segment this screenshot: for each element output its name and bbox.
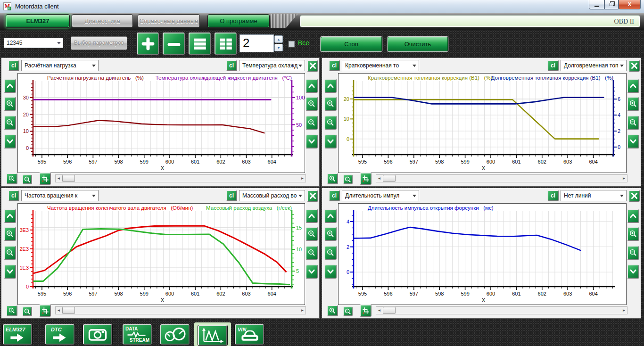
- fit-selection-button[interactable]: [39, 305, 51, 317]
- zoom-in-button[interactable]: [4, 227, 16, 241]
- zoom-in-button[interactable]: [627, 97, 639, 111]
- line-color-button[interactable]: cl: [329, 190, 340, 201]
- right-series-select[interactable]: Долговременная топ: [561, 60, 627, 71]
- scrollbar-thumb[interactable]: [62, 307, 75, 314]
- line-color-button[interactable]: cl: [329, 60, 340, 71]
- close-panel-button[interactable]: [628, 190, 640, 202]
- right-series-select[interactable]: Температура охлажд: [239, 60, 305, 71]
- scroll-up-button[interactable]: [4, 79, 16, 93]
- elm327-connect-button[interactable]: ELM327: [3, 324, 32, 345]
- scroll-down-button[interactable]: [4, 134, 16, 148]
- stop-button[interactable]: Стоп: [321, 37, 382, 51]
- zoom-in-button[interactable]: [4, 97, 16, 111]
- layout-grid-button[interactable]: [215, 33, 237, 55]
- left-series-select[interactable]: Частота вращения к: [21, 190, 99, 201]
- line-color-button[interactable]: cl: [8, 60, 19, 71]
- scroll-up-button[interactable]: [627, 79, 639, 93]
- zoom-in-button[interactable]: [324, 97, 337, 111]
- scroll-up-button[interactable]: [324, 209, 337, 223]
- fit-selection-button[interactable]: [360, 305, 372, 317]
- h-scrollbar[interactable]: ◄►: [376, 174, 627, 182]
- line-color-button[interactable]: cl: [226, 60, 237, 71]
- scroll-down-button[interactable]: [305, 134, 318, 148]
- tab-about[interactable]: О программе: [207, 14, 270, 28]
- remove-chart-button[interactable]: [163, 33, 185, 55]
- left-series-select[interactable]: Кратковременная то: [342, 60, 419, 71]
- left-series-select[interactable]: Расчётная нагрузка: [21, 60, 99, 71]
- scroll-up-button[interactable]: [305, 209, 318, 223]
- scroll-right-arrow[interactable]: ►: [621, 307, 627, 314]
- tab-diagnostics[interactable]: Диагностика: [72, 14, 133, 28]
- zoom-out-button[interactable]: [627, 246, 639, 260]
- scroll-right-arrow[interactable]: ►: [299, 307, 305, 314]
- zoom-out-button[interactable]: [4, 246, 16, 260]
- fit-selection-button[interactable]: [360, 173, 372, 185]
- scroll-right-arrow[interactable]: ►: [621, 175, 627, 182]
- zoom-out-button[interactable]: [22, 306, 32, 316]
- line-color-button[interactable]: cl: [547, 190, 559, 201]
- scroll-down-button[interactable]: [305, 264, 318, 279]
- chart-canvas[interactable]: 595596597598599600601602603604X010203050…: [18, 74, 305, 173]
- scroll-up-button[interactable]: [627, 209, 639, 223]
- zoom-out-button[interactable]: [343, 174, 353, 184]
- h-scrollbar[interactable]: ◄►: [55, 174, 306, 182]
- zoom-in-button[interactable]: [327, 173, 338, 184]
- zoom-out-button[interactable]: [627, 115, 639, 130]
- close-panel-button[interactable]: [307, 60, 318, 72]
- profile-combobox[interactable]: 12345: [4, 38, 63, 48]
- zoom-out-button[interactable]: [305, 246, 318, 260]
- scroll-left-arrow[interactable]: ◄: [56, 307, 62, 314]
- zoom-out-button[interactable]: [324, 246, 337, 260]
- right-series-select[interactable]: Массовый расход во: [239, 190, 305, 201]
- data-stream-button[interactable]: DATA STREAM: [123, 324, 152, 345]
- h-scrollbar[interactable]: ◄►: [55, 306, 306, 314]
- chart-count-input[interactable]: 2: [239, 34, 274, 52]
- right-series-select[interactable]: Нет линий: [561, 190, 627, 201]
- scroll-up-button[interactable]: [324, 79, 337, 93]
- chart-canvas[interactable]: 595596597598599600601602603604X010200246…: [339, 74, 626, 173]
- scrollbar-thumb[interactable]: [383, 175, 396, 182]
- scroll-right-arrow[interactable]: ►: [299, 175, 305, 182]
- scroll-left-arrow[interactable]: ◄: [56, 175, 62, 182]
- scroll-left-arrow[interactable]: ◄: [376, 307, 382, 314]
- restore-button[interactable]: [604, 0, 619, 9]
- scroll-up-button[interactable]: [305, 79, 318, 93]
- scroll-down-button[interactable]: [627, 134, 639, 148]
- zoom-in-button[interactable]: [305, 97, 318, 111]
- dtc-button[interactable]: DTC: [45, 324, 74, 345]
- left-series-select[interactable]: Длительность импул: [342, 190, 419, 201]
- close-button[interactable]: X: [619, 0, 641, 9]
- line-color-button[interactable]: cl: [547, 60, 559, 71]
- zoom-out-button[interactable]: [324, 115, 337, 130]
- zoom-in-button[interactable]: [324, 227, 337, 241]
- tab-reference-data[interactable]: Справочные данные: [138, 14, 200, 28]
- scrollbar-thumb[interactable]: [383, 307, 396, 314]
- line-color-button[interactable]: cl: [226, 190, 237, 201]
- layout-rows-button[interactable]: [189, 33, 211, 55]
- chart-canvas[interactable]: 595596597598599600601602603604X01E32E33E…: [18, 204, 305, 305]
- line-color-button[interactable]: cl: [8, 190, 19, 201]
- scroll-left-arrow[interactable]: ◄: [376, 175, 382, 182]
- tab-elm327[interactable]: ELM327: [6, 14, 70, 28]
- scrollbar-thumb[interactable]: [62, 175, 75, 182]
- zoom-in-button[interactable]: [305, 227, 318, 241]
- scroll-down-button[interactable]: [4, 264, 16, 279]
- screenshot-button[interactable]: [83, 324, 112, 345]
- clear-button[interactable]: Очистить: [388, 37, 448, 51]
- zoom-in-button[interactable]: [627, 227, 639, 241]
- chart-canvas[interactable]: 595596597598599600601602603604X024Длител…: [339, 204, 626, 305]
- graphs-view-button[interactable]: [198, 325, 227, 346]
- zoom-in-button[interactable]: [327, 305, 338, 316]
- scroll-down-button[interactable]: [324, 134, 337, 148]
- zoom-out-button[interactable]: [343, 306, 353, 316]
- zoom-out-button[interactable]: [22, 174, 32, 184]
- vin-button[interactable]: VIN: [235, 324, 264, 345]
- close-panel-button[interactable]: [628, 60, 640, 72]
- scroll-down-button[interactable]: [324, 264, 337, 279]
- select-parameters-button[interactable]: Выбор параметров: [71, 36, 127, 50]
- zoom-in-button[interactable]: [6, 173, 17, 184]
- h-scrollbar[interactable]: ◄►: [376, 306, 627, 314]
- add-chart-button[interactable]: [137, 33, 159, 55]
- all-checkbox[interactable]: [289, 41, 295, 47]
- scroll-up-button[interactable]: [4, 209, 16, 223]
